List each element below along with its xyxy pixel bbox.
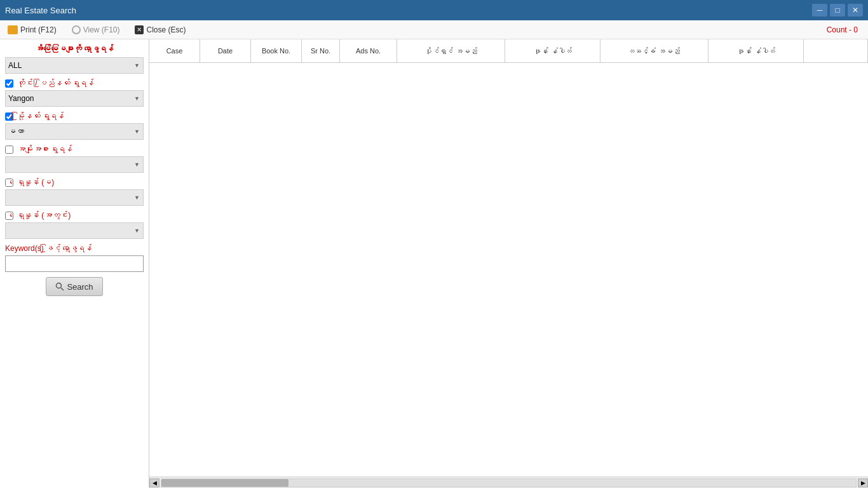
all-select[interactable]: ALL [5, 57, 144, 74]
search-button[interactable]: Search [46, 277, 103, 296]
menu-bar: Print (F12) View (F10) ✕ Close (Esc) Cou… [0, 20, 868, 39]
scroll-right-arrow[interactable]: ▶ [858, 478, 868, 487]
table-header: Case Date Book No. Sr No. Ads No. ပိုင်ရ… [149, 39, 868, 63]
close-label: Close (Esc) [146, 25, 186, 34]
keyword-label: Keyword(s) ဖြင့် ရှာဖွေရန် [5, 244, 144, 253]
content-area: Case Date Book No. Sr No. Ads No. ပိုင်ရ… [149, 39, 868, 488]
title-bar-controls: ─ □ ✕ [812, 4, 863, 17]
sidebar: အိမ်မြေမြေများကို ရှာဖွေရန် ALL တိုင်း /… [0, 39, 149, 488]
price-from-checkbox-label[interactable]: ရှေးနှုန်း (မ) [5, 178, 144, 187]
township-checkbox-label[interactable]: မြို့နယ် ရွေးရန် [5, 112, 144, 121]
price-to-select-wrapper [5, 222, 144, 239]
price-from-label: ရှေးနှုန်း (မ) [17, 178, 54, 187]
township-checkbox[interactable] [5, 112, 13, 121]
region-select-wrapper: Yangon [5, 90, 144, 107]
region-checkbox[interactable] [5, 79, 13, 88]
view-menu-item[interactable]: View (F10) [69, 24, 123, 36]
svg-line-1 [61, 288, 64, 290]
scrollbar-thumb[interactable] [161, 479, 288, 487]
type-label: အမျိုးအစား ရွေးရန် [17, 145, 72, 154]
price-from-select-wrapper [5, 189, 144, 206]
township-select-wrapper: မဟာ [5, 123, 144, 140]
view-label: View (F10) [83, 25, 120, 34]
col-header-adsno: Ads No. [340, 39, 397, 62]
sidebar-header: အိမ်မြေမြေများကို ရှာဖွေရန် [5, 44, 144, 53]
count-display: Count - 0 [827, 25, 863, 34]
search-label: Search [67, 282, 93, 292]
close-menu-item[interactable]: ✕ Close (Esc) [132, 24, 188, 36]
table-body [149, 63, 868, 477]
scroll-left-arrow[interactable]: ◀ [149, 478, 159, 487]
col-header-date: Date [200, 39, 251, 62]
type-select[interactable] [5, 156, 144, 173]
price-to-checkbox-label[interactable]: ရှေးနှုန်း (အတွင်း) [5, 211, 144, 220]
print-icon [8, 25, 18, 34]
col-header-selldesc: တဆင့်ခံ အမည် [600, 39, 709, 62]
col-header-buyprice: ဖုန်း နံပါတ် [505, 39, 600, 62]
township-select[interactable]: မဟာ [5, 123, 144, 140]
title-bar-left: Real Estate Search [5, 6, 76, 15]
all-select-wrapper: ALL [5, 57, 144, 74]
minimize-button[interactable]: ─ [812, 4, 827, 17]
township-label: မြို့နယ် ရွေးရန် [17, 112, 64, 121]
svg-point-0 [57, 283, 62, 288]
keyword-section: Keyword(s) ဖြင့် ရှာဖွေရန် [5, 244, 144, 272]
window-close-button[interactable]: ✕ [848, 4, 863, 17]
price-from-select[interactable] [5, 189, 144, 206]
app-title: Real Estate Search [5, 6, 76, 15]
type-checkbox-label[interactable]: အမျိုးအစား ရွေးရန် [5, 145, 144, 154]
col-header-buydesc: ပိုင်ရှင် အမည် [397, 39, 505, 62]
price-to-section: ရှေးနှုန်း (အတွင်း) [5, 211, 144, 239]
price-to-label: ရှေးနှုန်း (အတွင်း) [17, 211, 71, 220]
all-dropdown-row: ALL [5, 57, 144, 74]
col-header-case: Case [149, 39, 200, 62]
view-icon [72, 25, 81, 34]
col-header-extra [804, 39, 868, 62]
close-icon: ✕ [135, 25, 144, 34]
horizontal-scrollbar[interactable]: ◀ ▶ [149, 477, 868, 488]
price-from-checkbox[interactable] [5, 179, 13, 187]
type-checkbox[interactable] [5, 146, 13, 154]
region-checkbox-label[interactable]: တိုင်း / ပြည်နယ် ရွေးရန် [5, 79, 144, 88]
title-bar: Real Estate Search ─ □ ✕ [0, 0, 868, 20]
region-section: တိုင်း / ပြည်နယ် ရွေးရန် Yangon [5, 79, 144, 107]
col-header-bookno: Book No. [251, 39, 302, 62]
price-to-checkbox[interactable] [5, 212, 13, 220]
type-select-wrapper [5, 156, 144, 173]
main-layout: အိမ်မြေမြေများကို ရှာဖွေရန် ALL တိုင်း /… [0, 39, 868, 488]
region-select[interactable]: Yangon [5, 90, 144, 107]
maximize-button[interactable]: □ [830, 4, 845, 17]
price-to-select[interactable] [5, 222, 144, 239]
township-section: မြို့နယ် ရွေးရန် မဟာ [5, 112, 144, 140]
search-icon [55, 282, 64, 291]
print-menu-item[interactable]: Print (F12) [5, 24, 59, 36]
keyword-input[interactable] [5, 255, 144, 272]
print-label: Print (F12) [20, 25, 57, 34]
col-header-sellprice: ဖုန်း နံပါတ် [709, 39, 804, 62]
price-from-section: ရှေးနှုန်း (မ) [5, 178, 144, 206]
region-label: တိုင်း / ပြည်နယ် ရွေးရန် [17, 79, 94, 88]
col-header-srno: Sr No. [302, 39, 340, 62]
scrollbar-track[interactable] [161, 478, 857, 487]
type-section: အမျိုးအစား ရွေးရန် [5, 145, 144, 173]
